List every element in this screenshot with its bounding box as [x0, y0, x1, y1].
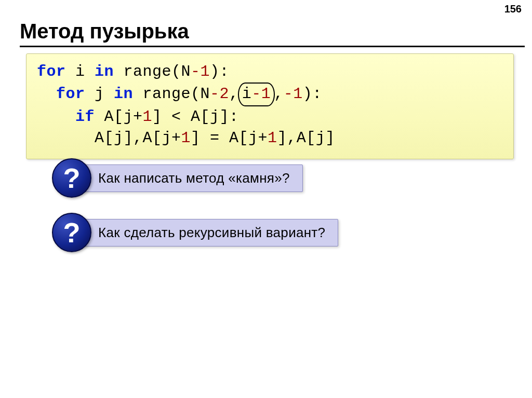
code-text: j	[85, 85, 114, 103]
title-underline	[20, 46, 525, 47]
code-text: ):	[210, 63, 229, 80]
code-text: ] = A[j+	[191, 129, 268, 147]
code-text: i	[66, 63, 95, 80]
keyword-in: in	[114, 85, 133, 103]
keyword-if: if	[75, 108, 95, 126]
keyword-in: in	[95, 63, 114, 80]
keyword-for: for	[37, 63, 66, 80]
question-text-2: Как сделать рекурсивный вариант?	[82, 219, 338, 246]
code-line-4: A[j],A[j+1] = A[j+1],A[j]	[37, 128, 503, 149]
code-indent	[37, 108, 75, 126]
code-text: ,	[229, 85, 239, 103]
code-line-1: for i in range(N-1):	[37, 61, 503, 83]
code-number: -1	[284, 85, 303, 103]
code-number: 1	[143, 108, 153, 126]
question-row-1: ? Как написать метод «камня»?	[52, 158, 303, 198]
question-badge-icon: ?	[52, 158, 91, 198]
code-text: A[j+	[95, 108, 143, 126]
code-number: -1	[191, 63, 210, 80]
code-text: range(N	[133, 85, 210, 103]
page-number: 156	[504, 3, 522, 15]
page-title: Метод пузырька	[20, 20, 189, 43]
question-badge-icon: ?	[52, 213, 91, 252]
highlighted-expression: i-1	[238, 83, 275, 106]
code-indent	[37, 85, 56, 103]
code-number: -1	[251, 85, 271, 103]
code-text: ],A[j]	[277, 129, 335, 147]
question-row-2: ? Как сделать рекурсивный вариант?	[52, 213, 338, 252]
code-block: for i in range(N-1): for j in range(N-2,…	[26, 53, 514, 159]
code-text: i	[242, 85, 252, 103]
code-number: -2	[210, 85, 229, 103]
code-number: 1	[181, 129, 191, 147]
code-text: range(N	[114, 63, 191, 80]
code-line-3: if A[j+1] < A[j]:	[37, 106, 503, 128]
keyword-for: for	[56, 85, 85, 103]
question-text-1: Как написать метод «камня»?	[82, 164, 303, 192]
code-text: ):	[303, 85, 322, 103]
code-text: A[j],A[j+	[95, 129, 181, 147]
code-text: ] < A[j]:	[152, 108, 239, 126]
code-line-2: for j in range(N-2, i-1 ,-1):	[37, 83, 503, 106]
code-number: 1	[268, 129, 277, 147]
code-indent	[37, 129, 95, 147]
code-text: ,	[274, 85, 284, 103]
